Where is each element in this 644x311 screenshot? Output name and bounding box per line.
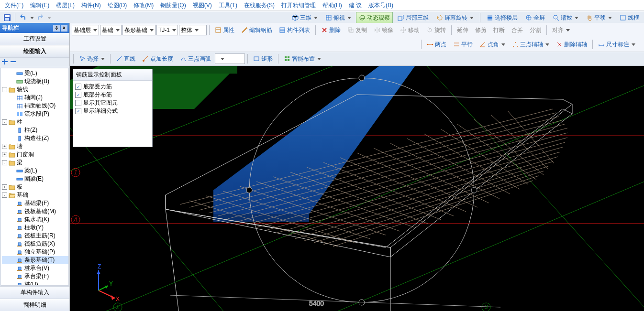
menu-tools[interactable]: 工具(T)	[216, 1, 240, 10]
menu-component[interactable]: 构件(N)	[78, 1, 104, 10]
menu-edit[interactable]: 编辑(E)	[27, 1, 52, 10]
dynamic-view-button[interactable]: 动态观察	[356, 12, 393, 23]
nav-title-bar: 导航栏 ⇩ ×	[0, 23, 69, 24]
redo-icon[interactable]	[35, 13, 45, 22]
svg-rect-11	[621, 15, 625, 20]
menu-modify[interactable]: 修改(M)	[131, 1, 156, 10]
top-view-button[interactable]: 俯视	[322, 12, 354, 23]
pan-button[interactable]: 平移	[583, 12, 615, 23]
quick-access-toolbar: 三维 俯视 动态观察 局部三维 屏幕旋转 选择楼层 全屏 缩放	[0, 11, 644, 24]
undo-icon[interactable]	[18, 13, 28, 22]
zoom-button[interactable]: 缩放	[550, 12, 581, 23]
svg-rect-7	[488, 17, 492, 19]
view-3d-button[interactable]: 三维	[289, 12, 321, 23]
menu-file[interactable]: 文件(F)	[2, 1, 26, 10]
select-floor-button[interactable]: 选择楼层	[484, 12, 521, 23]
local-3d-button[interactable]: 局部三维	[395, 12, 432, 23]
svg-rect-8	[488, 19, 492, 21]
save-icon[interactable]	[2, 13, 12, 22]
fullscreen-button[interactable]: 全屏	[522, 12, 548, 23]
menu-online[interactable]: 在线服务(S)	[241, 1, 278, 10]
menu-version[interactable]: 版本号(B)	[366, 1, 396, 10]
work-area: 基础层 基础 条形基础 TJ-1 整体 属性 编辑钢筋 构件列表 删除 复制 镜…	[70, 23, 644, 24]
nav-title-text: 导航栏	[2, 24, 19, 24]
ribbon: 基础层 基础 条形基础 TJ-1 整体 属性 编辑钢筋 构件列表 删除 复制 镜…	[70, 23, 644, 24]
wireframe-button[interactable]: 线框	[617, 12, 642, 23]
undo-dropdown-icon[interactable]	[30, 17, 34, 19]
navigation-panel: 导航栏 ⇩ × 工程设置 绘图输入 梁(L)现浇板(B)-轴线轴网(J)辅助轴线…	[0, 23, 70, 24]
svg-rect-2	[5, 18, 9, 21]
menu-fine-mgmt[interactable]: 打开精细管理	[278, 1, 319, 10]
screen-rotate-button[interactable]: 屏幕旋转	[433, 12, 477, 23]
menu-suggest[interactable]: 建 议	[346, 1, 365, 10]
menu-draw[interactable]: 绘图(D)	[105, 1, 130, 10]
separator	[15, 13, 15, 22]
svg-rect-5	[398, 17, 402, 21]
menu-rebar-qty[interactable]: 钢筋量(Q)	[157, 1, 189, 10]
menu-help[interactable]: 帮助(H)	[320, 1, 345, 10]
ribbon-row-1: 基础层 基础 条形基础 TJ-1 整体 属性 编辑钢筋 构件列表 删除 复制 镜…	[70, 23, 644, 24]
redo-dropdown-icon[interactable]	[47, 17, 51, 19]
svg-rect-6	[488, 15, 492, 17]
svg-rect-1	[5, 15, 10, 17]
menu-bar: 文件(F) 编辑(E) 楼层(L) 构件(N) 绘图(D) 修改(M) 钢筋量(…	[0, 0, 644, 11]
svg-point-10	[554, 15, 557, 19]
menu-view[interactable]: 视图(V)	[190, 1, 215, 10]
menu-floor[interactable]: 楼层(L)	[53, 1, 78, 10]
